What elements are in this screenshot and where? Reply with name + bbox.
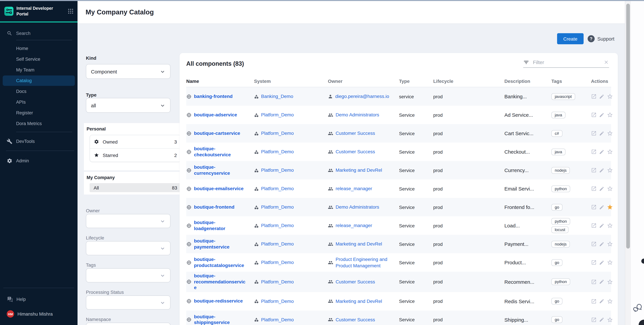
edge-widget-tab[interactable] [641, 259, 644, 264]
star-icon[interactable] [607, 222, 613, 229]
open-in-new-icon[interactable] [591, 167, 597, 173]
component-link[interactable]: boutique-redisservice [194, 298, 243, 304]
edit-icon[interactable] [599, 223, 604, 228]
star-icon[interactable] [607, 259, 613, 266]
component-link[interactable]: boutique-productcatalogservice [194, 257, 246, 268]
edit-icon[interactable] [599, 149, 604, 154]
system-link[interactable]: Platform_Demo [261, 223, 294, 229]
component-link[interactable]: boutique-paymentservice [194, 238, 246, 250]
column-header-lifecycle[interactable]: Lifecycle [433, 78, 504, 84]
edit-icon[interactable] [599, 131, 604, 136]
owner-link[interactable]: Demo Administrators [336, 112, 379, 118]
edit-icon[interactable] [599, 186, 604, 191]
column-header-description[interactable]: Description [504, 78, 552, 84]
system-link[interactable]: Platform_Demo [261, 260, 294, 266]
owner-link[interactable]: Customer Success [336, 149, 375, 155]
edit-icon[interactable] [599, 168, 604, 173]
star-icon[interactable] [607, 130, 613, 136]
open-in-new-icon[interactable] [591, 241, 597, 247]
star-icon[interactable] [607, 298, 613, 304]
chat-bubbles-icon[interactable] [633, 303, 643, 312]
component-link[interactable]: boutique-currencyservice [194, 164, 246, 176]
star-icon[interactable] [607, 204, 613, 210]
namespace-select[interactable] [86, 323, 170, 325]
sidebar-item-apis[interactable]: APIs [3, 97, 75, 107]
close-icon[interactable] [604, 59, 609, 65]
sidebar-item-my-team[interactable]: My Team [3, 65, 75, 75]
column-header-owner[interactable]: Owner [328, 78, 399, 84]
sidebar-item-register[interactable]: Register [3, 108, 75, 118]
star-icon[interactable] [607, 149, 613, 155]
support-button[interactable]: ? Support [588, 35, 614, 42]
component-link[interactable]: boutique-shippingservice [194, 314, 246, 325]
owner-link[interactable]: Product Engineering and Product Manageme… [336, 256, 390, 269]
sidebar-item-catalog[interactable]: Catalog [3, 75, 75, 86]
star-icon[interactable] [607, 167, 613, 173]
owner-link[interactable]: Customer Success [336, 279, 375, 285]
column-header-name[interactable]: Name [186, 78, 254, 84]
owner-link[interactable]: Marketing and DevRel [336, 167, 382, 173]
component-link[interactable]: boutique-emailservice [194, 186, 244, 192]
open-in-new-icon[interactable] [591, 298, 597, 304]
owner-link[interactable]: Marketing and DevRel [336, 298, 382, 304]
component-link[interactable]: boutique-checkoutservice [194, 146, 246, 158]
open-in-new-icon[interactable] [591, 94, 597, 99]
owner-select[interactable] [86, 214, 170, 228]
system-link[interactable]: Banking_Demo [261, 93, 293, 99]
star-icon[interactable] [607, 93, 613, 100]
component-link[interactable]: boutique-frontend [194, 204, 234, 210]
sidebar-item-devtools[interactable]: DevTools [3, 136, 75, 147]
filter-all[interactable]: All 83 [90, 183, 181, 192]
component-link[interactable]: boutique-adservice [194, 112, 237, 118]
edit-icon[interactable] [599, 94, 604, 99]
component-link[interactable]: boutique-cartservice [194, 130, 240, 136]
system-link[interactable]: Platform_Demo [261, 204, 294, 210]
star-icon[interactable] [607, 112, 613, 118]
open-in-new-icon[interactable] [591, 130, 597, 136]
system-link[interactable]: Platform_Demo [261, 241, 294, 247]
column-header-system[interactable]: System [254, 78, 328, 84]
owner-link[interactable]: diego.pereira@harness.io [335, 93, 389, 99]
scrollbar-track[interactable] [625, 1, 632, 325]
sidebar-item-home[interactable]: Home [3, 43, 75, 54]
type-select[interactable]: all [86, 98, 170, 113]
sidebar-item-docs[interactable]: Docs [3, 86, 75, 97]
star-icon[interactable] [607, 185, 613, 192]
filter-owned[interactable]: Owned 3 [90, 135, 181, 148]
system-link[interactable]: Platform_Demo [261, 279, 294, 285]
edit-icon[interactable] [599, 241, 604, 247]
column-header-tags[interactable]: Tags [552, 78, 591, 84]
component-link[interactable]: boutique-recommendationservice [194, 273, 246, 291]
edit-icon[interactable] [599, 279, 604, 285]
component-link[interactable]: banking-frontend [194, 94, 232, 99]
tags-select[interactable] [86, 268, 170, 282]
sidebar-search[interactable]: Search [0, 27, 78, 39]
owner-link[interactable]: Customer Success [336, 317, 375, 323]
app-grid-icon[interactable] [68, 8, 74, 14]
system-link[interactable]: Platform_Demo [261, 112, 294, 118]
owner-link[interactable]: Customer Success [336, 130, 375, 136]
open-in-new-icon[interactable] [591, 260, 597, 265]
column-header-actions[interactable]: Actions [591, 78, 611, 84]
open-in-new-icon[interactable] [591, 149, 597, 155]
open-in-new-icon[interactable] [591, 317, 597, 323]
scrollbar-thumb[interactable] [626, 4, 630, 249]
edit-icon[interactable] [599, 317, 604, 322]
create-button[interactable]: Create [557, 33, 584, 44]
column-header-type[interactable]: Type [399, 78, 433, 84]
edit-icon[interactable] [599, 260, 604, 265]
star-icon[interactable] [607, 317, 613, 323]
sidebar-item-admin[interactable]: Admin [3, 155, 75, 166]
owner-link[interactable]: release_manager [336, 186, 372, 192]
edit-icon[interactable] [599, 299, 604, 304]
component-link[interactable]: boutique-loadgenerator [194, 220, 246, 231]
owner-link[interactable]: release_manager [336, 223, 372, 229]
edit-icon[interactable] [599, 112, 604, 118]
open-in-new-icon[interactable] [591, 186, 597, 192]
sidebar-item-dora-metrics[interactable]: Dora Metrics [3, 118, 75, 129]
system-link[interactable]: Platform_Demo [261, 167, 294, 173]
star-icon[interactable] [607, 241, 613, 247]
open-in-new-icon[interactable] [591, 223, 597, 228]
system-link[interactable]: Platform_Demo [261, 317, 294, 323]
system-link[interactable]: Platform_Demo [261, 298, 294, 304]
